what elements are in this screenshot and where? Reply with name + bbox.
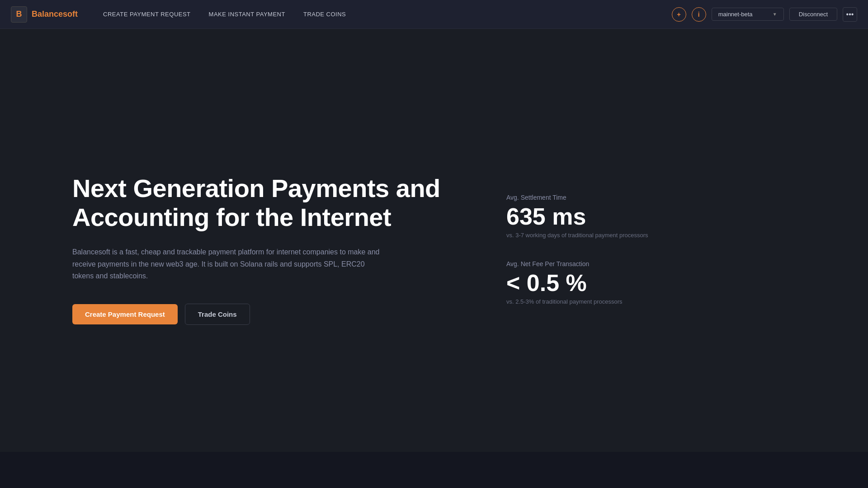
stats-section: Avg. Settlement Time 635 ms vs. 3-7 work…: [506, 194, 678, 305]
stat-settlement-comparison: vs. 3-7 working days of traditional paym…: [506, 232, 678, 239]
stat-fee-value: < 0.5 %: [506, 271, 678, 295]
nav-create-payment-request[interactable]: CREATE PAYMENT REQUEST: [96, 7, 198, 21]
logo-text: Balancesoft: [32, 9, 78, 19]
more-options-button[interactable]: •••: [843, 7, 857, 22]
stat-settlement-label: Avg. Settlement Time: [506, 194, 678, 201]
stat-net-fee: Avg. Net Fee Per Transaction < 0.5 % vs.…: [506, 260, 678, 305]
stat-settlement-value: 635 ms: [506, 205, 678, 228]
network-selector[interactable]: mainnet-beta ▼: [712, 8, 784, 21]
nav-trade-coins[interactable]: TRADE COINS: [296, 7, 353, 21]
stat-fee-label: Avg. Net Fee Per Transaction: [506, 260, 678, 267]
nav-links: CREATE PAYMENT REQUEST MAKE INSTANT PAYM…: [96, 7, 672, 21]
network-value: mainnet-beta: [718, 11, 769, 18]
footer: [0, 452, 868, 488]
create-payment-request-button[interactable]: Create Payment Request: [72, 304, 178, 324]
logo-link[interactable]: B Balancesoft: [11, 6, 78, 23]
logo-icon: B: [11, 6, 27, 23]
nav-right: + i mainnet-beta ▼ Disconnect •••: [672, 7, 857, 22]
stat-settlement-time: Avg. Settlement Time 635 ms vs. 3-7 work…: [506, 194, 678, 239]
stat-fee-comparison: vs. 2.5-3% of traditional payment proces…: [506, 298, 678, 305]
disconnect-button[interactable]: Disconnect: [789, 8, 837, 21]
info-icon-button[interactable]: i: [692, 7, 706, 22]
main-content: Next Generation Payments and Accounting …: [0, 29, 868, 452]
hero-section: Next Generation Payments and Accounting …: [72, 174, 470, 325]
nav-make-instant-payment[interactable]: MAKE INSTANT PAYMENT: [202, 7, 292, 21]
add-icon-button[interactable]: +: [672, 7, 686, 22]
hero-title: Next Generation Payments and Accounting …: [72, 174, 470, 232]
trade-coins-button[interactable]: Trade Coins: [185, 304, 250, 325]
chevron-down-icon: ▼: [773, 12, 777, 17]
hero-description: Balancesoft is a fast, cheap and trackab…: [72, 246, 380, 282]
navbar: B Balancesoft CREATE PAYMENT REQUEST MAK…: [0, 0, 868, 29]
hero-buttons: Create Payment Request Trade Coins: [72, 304, 470, 325]
